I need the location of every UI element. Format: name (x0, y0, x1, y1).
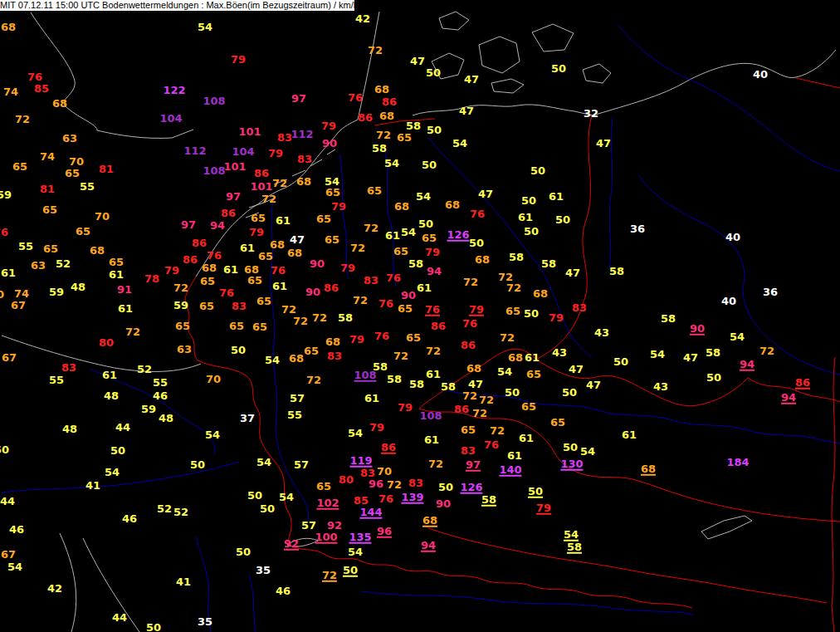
station-gust-value: 68 (1, 22, 16, 32)
station-gust-value: 61 (276, 215, 291, 226)
station-gust-value: 50 (343, 565, 358, 577)
station-gust-value: 54 (650, 349, 665, 360)
station-gust-value: 79 (268, 148, 283, 159)
station-gust-value: 101 (238, 126, 261, 137)
station-gust-value: 54 (348, 546, 363, 557)
station-gust-value: 79 (549, 312, 564, 323)
station-gust-value: 139 (401, 492, 423, 504)
station-gust-value: 63 (177, 344, 192, 355)
coastline-layer (2, 12, 836, 632)
station-gust-value: 54 (279, 492, 294, 502)
station-gust-value: 68 (325, 336, 340, 347)
station-gust-value: 65 (247, 275, 262, 286)
station-gust-value: 58 (567, 541, 582, 554)
station-gust-value: 90 (310, 258, 325, 269)
station-gust-value: 48 (159, 413, 173, 424)
station-gust-value: 72 (312, 312, 327, 323)
station-gust-value: 61 (109, 269, 124, 280)
station-gust-value: 76 (0, 227, 8, 238)
station-gust-value: 72 (490, 425, 505, 436)
station-gust-value: 74 (14, 288, 29, 299)
station-gust-value: 65 (325, 234, 339, 245)
station-gust-value: 58 (509, 252, 524, 262)
station-gust-value: 35 (256, 565, 271, 576)
station-gust-value: 54 (265, 355, 280, 365)
station-gust-value: 122 (163, 85, 185, 96)
station-gust-value: 58 (706, 347, 720, 358)
station-gust-value: 65 (199, 301, 214, 311)
station-gust-value: 72 (506, 282, 521, 293)
station-gust-value: 58 (409, 379, 424, 389)
station-gust-value: 65 (393, 246, 408, 257)
station-gust-value: 80 (99, 337, 114, 348)
station-gust-value: 68 (374, 84, 389, 95)
station-gust-value: 83 (277, 132, 292, 143)
station-gust-value: 54 (7, 561, 22, 572)
station-gust-value: 47 (464, 74, 479, 85)
station-gust-value: 101 (223, 161, 246, 172)
station-gust-value: 50 (438, 482, 453, 492)
station-gust-value: 47 (290, 234, 305, 245)
station-gust-value: 92 (327, 520, 342, 531)
station-gust-value: 47 (478, 189, 493, 199)
station-gust-value: 76 (348, 92, 363, 103)
station-gust-value: 55 (18, 241, 33, 252)
station-gust-value: 58 (661, 313, 676, 324)
station-gust-value: 79 (321, 120, 336, 131)
station-gust-value: 47 (569, 364, 584, 375)
station-gust-value: 54 (198, 22, 212, 32)
station-gust-value: 86 (192, 238, 207, 248)
station-gust-value: 61 (519, 433, 534, 443)
station-gust-value: 90 (401, 290, 416, 301)
station-gust-value: 74 (3, 86, 18, 97)
station-gust-value: 68 (445, 199, 460, 210)
station-gust-value: 96 (377, 526, 392, 538)
station-gust-value: 94 (781, 392, 796, 404)
station-gust-value: 65 (461, 424, 476, 435)
station-gust-value: 72 (393, 350, 408, 361)
station-gust-value: 47 (459, 105, 474, 116)
station-gust-value: 97 (181, 219, 196, 230)
station-gust-value: 50 (530, 165, 545, 176)
station-gust-value: 76 (271, 265, 286, 276)
station-gust-value: 61 (102, 370, 117, 380)
station-gust-value: 58 (441, 381, 456, 392)
station-gust-value: 76 (484, 439, 499, 450)
station-gust-value: 83 (61, 362, 76, 373)
station-gust-value: 50 (613, 356, 628, 367)
station-gust-value: 50 (563, 442, 578, 453)
station-gust-value: 43 (594, 327, 609, 338)
station-gust-value: 97 (226, 191, 241, 202)
station-gust-value: 81 (40, 184, 55, 194)
station-gust-value: 65 (229, 321, 244, 331)
station-gust-value: 79 (469, 304, 484, 316)
weather-map: 6854427972475050474076857412297766886108… (0, 0, 840, 632)
station-gust-value: 68 (422, 515, 437, 527)
station-gust-value: 47 (410, 56, 425, 66)
station-gust-value: 79 (249, 227, 264, 238)
station-gust-value: 86 (324, 282, 339, 293)
station-gust-value: 70 (206, 374, 221, 385)
station-gust-value: 50 (190, 459, 205, 470)
station-gust-value: 72 (293, 316, 308, 326)
station-gust-value: 61 (549, 191, 564, 202)
station-gust-value: 76 (27, 71, 42, 82)
station-gust-value: 50 (231, 345, 246, 355)
station-gust-value: 43 (552, 347, 567, 358)
station-gust-value: 76 (374, 331, 389, 341)
station-gust-value: 67 (1, 549, 16, 560)
station-gust-value: 83 (232, 301, 247, 311)
station-gust-value: 68 (475, 254, 490, 265)
station-gust-value: 72 (428, 458, 443, 469)
station-gust-value: 72 (479, 394, 494, 405)
station-gust-value: 79 (349, 334, 364, 345)
station-gust-value: 81 (99, 164, 114, 174)
station-gust-value: 65 (65, 168, 80, 179)
station-gust-value: 65 (252, 321, 267, 332)
station-gust-value: 44 (112, 612, 127, 623)
station-gust-value: 94 (427, 266, 442, 277)
station-gust-value: 83 (408, 478, 423, 488)
station-gust-value: 92 (284, 538, 299, 551)
station-gust-value: 112 (183, 145, 206, 156)
station-gust-value: 91 (117, 284, 132, 295)
